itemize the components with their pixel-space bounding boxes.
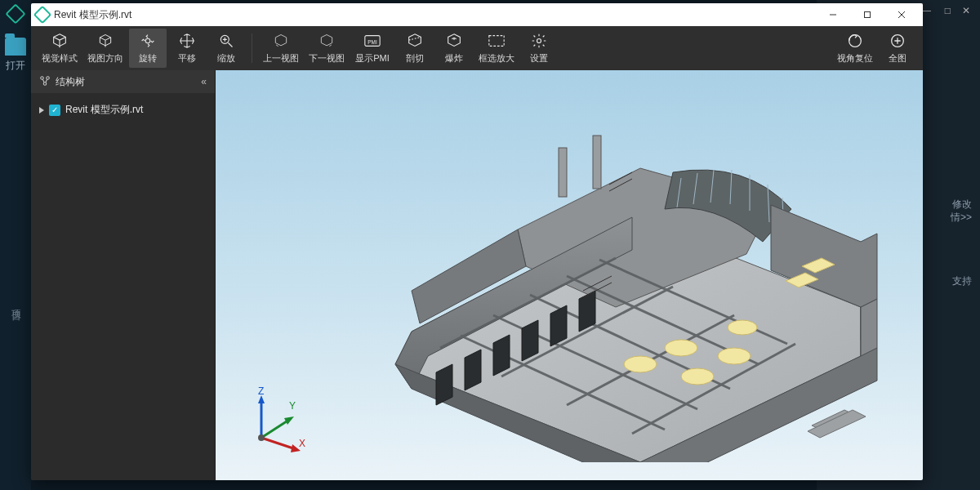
- tool-label: 设置: [530, 52, 548, 65]
- section-button[interactable]: 剖切: [396, 29, 434, 68]
- window-maximize-button[interactable]: [851, 5, 884, 24]
- fit-all-button[interactable]: 全图: [879, 29, 916, 68]
- cube-icon: [96, 32, 114, 50]
- tree-root-label: Revit 模型示例.rvt: [65, 103, 143, 117]
- tool-label: 爆炸: [445, 52, 463, 65]
- panel-header: 结构树 «: [31, 70, 215, 93]
- tool-label: 旋转: [139, 52, 157, 65]
- pmi-icon: PMI: [363, 32, 381, 50]
- app-logo-icon: [33, 6, 52, 24]
- fit-all-icon: [889, 32, 906, 50]
- viewer-window: Revit 模型示例.rvt 视觉样式 视图方向: [31, 3, 923, 480]
- host-maximize-button[interactable]: □: [945, 5, 951, 16]
- settings-button[interactable]: 设置: [520, 29, 558, 68]
- tool-label: 剖切: [406, 52, 424, 65]
- bg-text-fragment: 支持: [952, 274, 972, 288]
- svg-point-73: [258, 434, 265, 441]
- axis-gizmo[interactable]: Z Y X: [242, 392, 307, 457]
- bg-text-fragment: 情>>: [951, 211, 972, 225]
- svg-rect-1: [865, 12, 871, 18]
- prev-view-button[interactable]: 上一视图: [259, 29, 303, 68]
- window-title: Revit 模型示例.rvt: [54, 8, 131, 22]
- rotate-icon: [139, 32, 157, 50]
- tool-label: 视图方向: [87, 52, 123, 65]
- section-icon: [406, 32, 424, 50]
- tree-root-row[interactable]: ✓ Revit 模型示例.rvt: [39, 100, 207, 120]
- gear-icon: [530, 32, 548, 50]
- cube-prev-icon: [272, 32, 290, 50]
- main-toolbar: 视觉样式 视图方向 旋转 平移 缩放: [31, 26, 923, 70]
- svg-point-16: [47, 76, 50, 79]
- project-vertical-label[interactable]: 项目: [9, 301, 23, 306]
- tree-icon: [39, 75, 51, 89]
- reset-view-icon: [846, 32, 864, 50]
- svg-point-45: [665, 340, 697, 356]
- tool-label: 视觉样式: [42, 52, 78, 65]
- box-zoom-button[interactable]: 框选放大: [474, 29, 519, 68]
- window-titlebar: Revit 模型示例.rvt: [31, 3, 923, 26]
- svg-point-17: [43, 82, 47, 85]
- window-minimize-button[interactable]: [817, 5, 849, 24]
- axis-z-label: Z: [258, 385, 264, 397]
- window-close-button[interactable]: [885, 5, 918, 24]
- axis-x-label: X: [299, 438, 305, 449]
- structure-tree-panel: 结构树 « ✓ Revit 模型示例.rvt: [31, 70, 216, 480]
- tool-label: 视角复位: [837, 52, 873, 65]
- svg-line-6: [229, 43, 233, 47]
- svg-rect-11: [489, 36, 504, 47]
- svg-point-12: [537, 39, 541, 43]
- svg-marker-30: [861, 299, 877, 356]
- tool-label: 显示PMI: [355, 52, 390, 65]
- structure-tree: ✓ Revit 模型示例.rvt: [31, 93, 215, 127]
- tool-label: 下一视图: [309, 52, 345, 65]
- bg-text-fragment: 修改: [952, 198, 972, 212]
- pan-button[interactable]: 平移: [168, 29, 206, 68]
- svg-point-48: [728, 320, 757, 335]
- 3d-viewport[interactable]: Z Y X: [216, 70, 923, 480]
- view-direction-button[interactable]: 视图方向: [83, 29, 127, 68]
- svg-line-69: [261, 420, 289, 438]
- svg-rect-33: [559, 148, 567, 197]
- host-close-button[interactable]: ✕: [962, 5, 970, 16]
- host-left-rail: 打开 项目: [0, 0, 31, 490]
- cube-next-icon: [318, 32, 336, 50]
- svg-point-44: [624, 356, 657, 372]
- tree-checkbox[interactable]: ✓: [49, 105, 60, 116]
- chevron-right-icon[interactable]: [39, 107, 44, 114]
- explode-button[interactable]: 爆炸: [435, 29, 473, 68]
- building-model[interactable]: [289, 103, 910, 462]
- collapse-panel-button[interactable]: «: [201, 76, 207, 87]
- svg-point-4: [145, 38, 150, 43]
- svg-rect-34: [593, 136, 601, 189]
- tool-label: 上一视图: [263, 52, 299, 65]
- svg-point-15: [41, 76, 44, 79]
- zoom-button[interactable]: 缩放: [207, 29, 245, 68]
- show-pmi-button[interactable]: PMI 显示PMI: [350, 29, 394, 68]
- axis-y-label: Y: [289, 400, 296, 412]
- tool-label: 平移: [178, 52, 196, 65]
- box-zoom-icon: [488, 32, 506, 50]
- toolbar-separator: [252, 33, 252, 63]
- svg-line-71: [261, 438, 296, 449]
- cube-eye-icon: [51, 32, 69, 50]
- tool-label: 缩放: [217, 52, 235, 65]
- explode-icon: [445, 32, 463, 50]
- open-folder-icon[interactable]: [5, 38, 26, 56]
- reset-view-button[interactable]: 视角复位: [833, 29, 877, 68]
- host-app-logo: [5, 3, 25, 24]
- svg-text:PMI: PMI: [368, 39, 377, 45]
- open-label[interactable]: 打开: [6, 59, 25, 73]
- svg-point-46: [681, 368, 714, 385]
- panel-title: 结构树: [56, 75, 85, 89]
- svg-point-47: [718, 348, 751, 364]
- zoom-icon: [217, 32, 235, 50]
- rotate-button[interactable]: 旋转: [129, 29, 167, 68]
- next-view-button[interactable]: 下一视图: [305, 29, 349, 68]
- pan-icon: [178, 32, 196, 50]
- tool-label: 全图: [889, 52, 906, 65]
- visual-style-button[interactable]: 视觉样式: [38, 29, 82, 68]
- tool-label: 框选放大: [479, 52, 514, 65]
